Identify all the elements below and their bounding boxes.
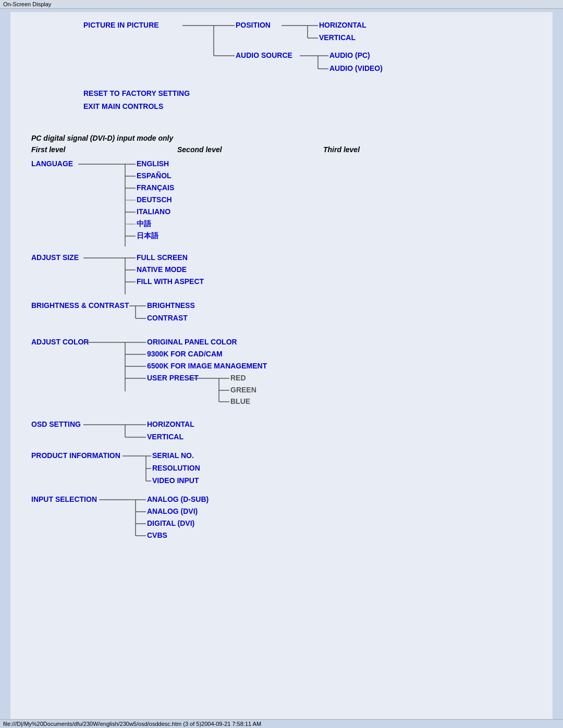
section-title: PC digital signal (DVI-D) input mode onl… [31, 134, 542, 142]
chinese-label: 中語 [137, 219, 152, 228]
pip-label: PICTURE IN PICTURE [83, 21, 159, 29]
english-label: ENGLISH [137, 159, 169, 168]
espanol-label: ESPAÑOL [137, 171, 172, 180]
statusbar: file:///D|/My%20Documents/dfu/230W/engli… [0, 719, 563, 728]
titlebar-text: On-Screen Display [3, 1, 51, 7]
audio-pc-label: AUDIO (PC) [329, 51, 370, 59]
brightness-contrast-label: BRIGHTNESS & CONTRAST [31, 301, 129, 310]
pip-section: PICTURE IN PICTURE POSITION HORIZONTAL V… [83, 19, 542, 82]
analog-dvi-label: ANALOG (DVI) [147, 507, 198, 515]
titlebar: On-Screen Display [0, 0, 563, 9]
analog-dsub-label: ANALOG (D-SUB) [147, 495, 209, 503]
exit-main-label: EXIT MAIN CONTROLS [83, 100, 542, 113]
reset-factory-label: RESET TO FACTORY SETTING [83, 87, 542, 100]
position-label: POSITION [236, 21, 271, 29]
product-info-label: PRODUCT INFORMATION [31, 451, 120, 460]
deutsch-label: DEUTSCH [137, 195, 172, 204]
audio-source-label: AUDIO SOURCE [236, 51, 292, 59]
statusbar-text: file:///D|/My%20Documents/dfu/230W/engli… [3, 721, 261, 727]
francais-label: FRANÇAIS [137, 183, 174, 192]
osd-horizontal-label: HORIZONTAL [147, 420, 194, 428]
osd-vertical-label: VERTICAL [147, 433, 183, 441]
full-screen-label: FULL SCREEN [137, 253, 188, 262]
japanese-label: 日本語 [137, 231, 159, 240]
contrast-label: CONTRAST [147, 314, 188, 322]
green-label: GREEN [230, 386, 256, 394]
audio-video-label: AUDIO (VIDEO) [329, 64, 383, 72]
pip-diagram: PICTURE IN PICTURE POSITION HORIZONTAL V… [83, 19, 448, 82]
adjust-color-label: ADJUST COLOR [31, 338, 89, 346]
user-preset-label: USER PRESET [147, 374, 199, 382]
brightness-label: BRIGHTNESS [147, 301, 195, 310]
italiano-label: ITALIANO [137, 207, 170, 216]
header-third: Third level [323, 145, 360, 154]
language-label: LANGUAGE [31, 159, 73, 168]
dvi-section: PC digital signal (DVI-D) input mode onl… [31, 134, 542, 523]
osd-setting-label: OSD SETTING [31, 420, 81, 428]
horizontal-label: HORIZONTAL [319, 21, 366, 29]
header-second: Second level [177, 145, 313, 154]
resolution-label: RESOLUTION [152, 464, 200, 472]
header-first: First level [31, 145, 146, 154]
adjust-size-label: ADJUST SIZE [31, 253, 79, 262]
input-selection-label: INPUT SELECTION [31, 495, 97, 503]
reset-section: RESET TO FACTORY SETTING EXIT MAIN CONTR… [83, 87, 542, 113]
video-input-label: VIDEO INPUT [152, 476, 199, 485]
serial-no-label: SERIAL NO. [152, 451, 194, 460]
main-content: PICTURE IN PICTURE POSITION HORIZONTAL V… [10, 12, 553, 721]
headers-row: First level Second level Third level [31, 145, 542, 154]
red-label: RED [230, 374, 246, 382]
main-tree-diagram: LANGUAGE ENGLISH ESPAÑOL FRANÇAIS DEUTSC… [31, 158, 438, 523]
vertical-label: VERTICAL [319, 33, 356, 42]
9300k-label: 9300K FOR CAD/CAM [147, 350, 223, 358]
6500k-label: 6500K FOR IMAGE MANAGEMENT [147, 362, 267, 370]
cvbs-label: CVBS [147, 531, 167, 539]
blue-label: BLUE [230, 397, 250, 405]
original-panel-label: ORIGINAL PANEL COLOR [147, 338, 237, 346]
digital-dvi-label: DIGITAL (DVI) [147, 519, 194, 527]
fill-aspect-label: FILL WITH ASPECT [137, 277, 204, 286]
native-mode-label: NATIVE MODE [137, 265, 187, 274]
